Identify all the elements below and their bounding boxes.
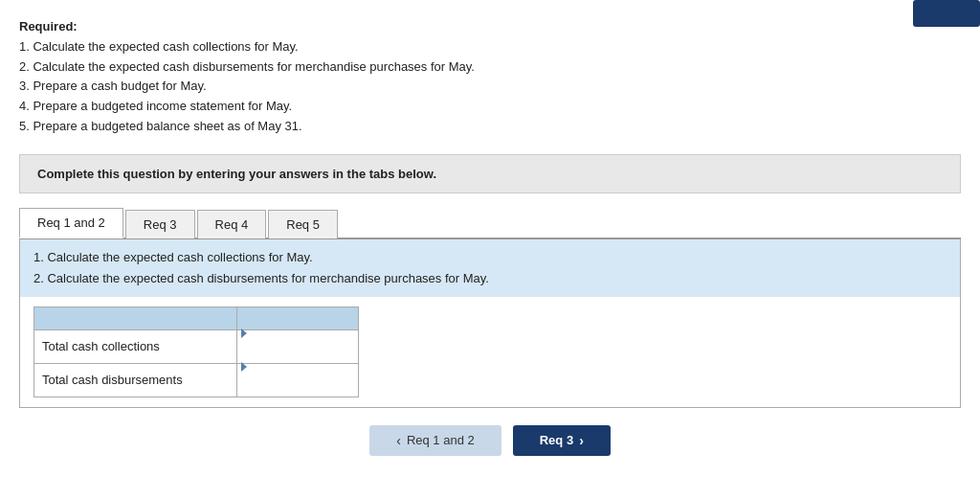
next-button[interactable]: Req 3 › [513,425,611,456]
tab-req3[interactable]: Req 3 [125,210,195,238]
data-table: Total cash collections Total cash disbur… [33,306,359,397]
table-row: Total cash collections [34,329,359,363]
bottom-nav: ‹ Req 1 and 2 Req 3 › [19,425,961,465]
table-row: Total cash disbursements [34,363,359,397]
row1-value-cell [236,329,358,363]
required-item-3: 3. Prepare a cash budget for May. [19,77,961,97]
page-wrapper: Required: 1. Calculate the expected cash… [0,0,980,485]
tab-req4[interactable]: Req 4 [197,210,267,238]
prev-arrow-icon: ‹ [396,433,401,448]
triangle-icon-1 [241,329,247,338]
row1-input[interactable] [241,339,354,368]
required-heading: Required: [19,19,78,34]
tab-info-line1: 1. Calculate the expected cash collectio… [33,247,947,268]
tabs-wrapper: Req 1 and 2 Req 3 Req 4 Req 5 [19,207,961,239]
prev-button-label: Req 1 and 2 [407,433,475,447]
row1-label: Total cash collections [34,329,237,363]
instruction-text: Complete this question by entering your … [37,167,943,181]
row2-input[interactable] [241,373,354,401]
required-item-5: 5. Prepare a budgeted balance sheet as o… [19,117,961,137]
required-item-2: 2. Calculate the expected cash disbursem… [19,57,961,78]
prev-button[interactable]: ‹ Req 1 and 2 [369,425,501,456]
next-button-label: Req 3 [540,433,573,447]
table-section: Total cash collections Total cash disbur… [20,297,960,407]
triangle-icon-2 [241,362,247,372]
table-header-value [236,306,358,329]
row2-value-cell [236,363,358,397]
table-header-label [34,306,237,329]
required-item-4: 4. Prepare a budgeted income statement f… [19,97,961,117]
top-right-button[interactable] [913,0,980,27]
required-item-1: 1. Calculate the expected cash collectio… [19,37,961,57]
required-section: Required: 1. Calculate the expected cash… [19,17,961,137]
row2-label: Total cash disbursements [34,363,237,397]
instruction-box: Complete this question by entering your … [19,154,961,193]
tab-req1and2[interactable]: Req 1 and 2 [19,208,123,238]
tab-info-bar: 1. Calculate the expected cash collectio… [20,239,960,297]
tab-content: 1. Calculate the expected cash collectio… [19,239,961,408]
next-arrow-icon: › [579,433,584,448]
tab-info-line2: 2. Calculate the expected cash disbursem… [33,268,947,289]
tab-req5[interactable]: Req 5 [268,210,338,238]
